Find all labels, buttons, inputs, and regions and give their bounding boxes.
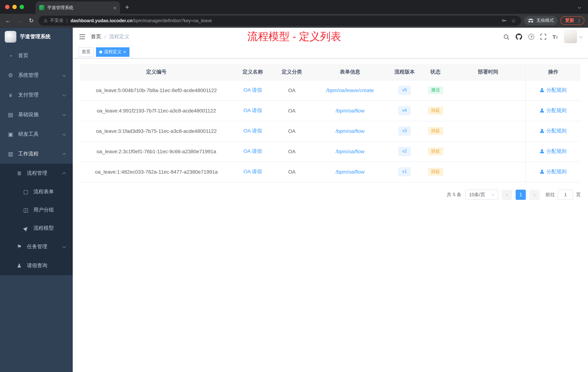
sidebar-item-label: 流程管理 — [27, 170, 47, 176]
sidebar-item-home[interactable]: ◔ 首页 — [0, 46, 73, 66]
sidebar-item-task-management[interactable]: ⚑ 任务管理 — [0, 237, 73, 256]
cell-deploy-time — [451, 121, 525, 141]
prev-page-button[interactable]: ‹ — [502, 189, 512, 200]
sidebar-item-process-form[interactable]: ▢ 流程表单 — [0, 183, 73, 201]
table-row: oa_leave:3:1fad3d93-7b75-11ec-a3c8-acde4… — [80, 121, 581, 141]
form-info-link[interactable]: /bpm/oa/flow — [336, 169, 365, 175]
reload-icon[interactable]: ↻ — [27, 18, 36, 23]
cell-form-info: /bpm/oa/leave/create — [311, 80, 389, 100]
address-bar[interactable]: ⚠ 不安全 | dashboard.yudao.iocoder.cn/bpm/m… — [39, 15, 521, 26]
sidebar-item-process-model[interactable]: ▶ 流程模型 — [0, 219, 73, 237]
cell-category: OA — [273, 121, 311, 141]
sidebar-item-user-group[interactable]: ◫ 用户分组 — [0, 201, 73, 219]
goto-suffix-label: 页 — [576, 191, 581, 198]
cell-definition-id: oa_leave:4:991f2193-7b7f-11ec-a3c8-acde4… — [80, 100, 233, 121]
close-window-button[interactable] — [5, 5, 10, 9]
definition-name-link[interactable]: OA 请假 — [243, 169, 262, 174]
assign-rule-link[interactable]: 分配规则 — [540, 148, 567, 155]
cell-definition-name: OA 请假 — [233, 80, 273, 100]
tag-close-icon[interactable]: × — [123, 50, 126, 54]
user-avatar[interactable] — [564, 30, 577, 43]
status-badge: 激活 — [428, 86, 443, 94]
chevron-down-icon — [62, 112, 66, 116]
chevron-down-icon — [491, 192, 495, 196]
sidebar-item-leave-query[interactable]: ♟ 请假查询 — [0, 256, 73, 275]
definition-name-link[interactable]: OA 请假 — [243, 107, 262, 113]
sidebar-item-label: 用户分组 — [33, 207, 54, 213]
cell-version: v2 — [389, 141, 420, 162]
cell-definition-id: oa_leave:5:004b710b-7b8a-11ec-8ef0-acde4… — [80, 80, 233, 100]
browser-tab[interactable]: 芋道管理系统 × — [36, 1, 120, 14]
font-size-icon[interactable]: TT — [553, 34, 558, 40]
form-info-link[interactable]: /bpm/oa/flow — [336, 128, 365, 134]
cell-category: OA — [273, 100, 311, 121]
bookmark-star-icon[interactable]: ☆ — [511, 17, 516, 24]
minimize-window-button[interactable] — [12, 5, 17, 9]
incognito-icon — [528, 18, 534, 23]
person-icon — [540, 169, 545, 174]
sidebar-item-label: 流程模型 — [33, 225, 54, 231]
task-flag-icon: ⚑ — [16, 243, 22, 250]
user-menu[interactable] — [564, 30, 582, 43]
model-plane-icon: ▶ — [22, 225, 29, 231]
forward-icon[interactable]: → — [15, 18, 24, 23]
definition-table: 定义编号 定义名称 定义分类 表单信息 流程版本 状态 部署时间 操作 oa_l… — [80, 64, 581, 182]
key-icon[interactable] — [501, 18, 507, 23]
definition-name-link[interactable]: OA 请假 — [243, 87, 262, 93]
cell-definition-id: oa_leave:1:482ec033-762a-11ec-8477-a2380… — [80, 162, 233, 182]
zoom-window-button[interactable] — [20, 5, 24, 9]
help-icon[interactable]: ? — [529, 34, 534, 40]
sidebar-item-infrastructure[interactable]: ▤ 基础设施 — [0, 105, 73, 124]
active-dot-icon — [99, 50, 102, 53]
gear-icon: ⚙ — [7, 72, 14, 79]
breadcrumb-home[interactable]: 首页 — [91, 33, 101, 40]
assign-rule-link[interactable]: 分配规则 — [540, 128, 567, 134]
github-icon[interactable] — [516, 33, 522, 40]
status-badge: 挂起 — [428, 168, 443, 176]
assign-rule-link[interactable]: 分配规则 — [540, 87, 567, 94]
person-icon — [540, 108, 545, 113]
form-info-link[interactable]: /bpm/oa/flow — [336, 149, 365, 154]
goto-page-input[interactable] — [558, 189, 573, 200]
tag-process-definition[interactable]: 流程定义 × — [96, 47, 129, 57]
page-size-select[interactable]: 10条/页 — [465, 189, 498, 200]
browser-update-button[interactable]: 更新 ⋮ — [560, 16, 584, 25]
tag-home[interactable]: 首页 — [79, 47, 94, 57]
cell-deploy-time — [451, 162, 525, 182]
page-content: 定义编号 定义名称 定义分类 表单信息 流程版本 状态 部署时间 操作 oa_l… — [73, 58, 588, 372]
form-info-link[interactable]: /bpm/oa/flow — [336, 108, 365, 114]
sidebar-item-system[interactable]: ⚙ 系统管理 — [0, 66, 73, 85]
assign-rule-link[interactable]: 分配规则 — [540, 169, 567, 175]
page-number-1[interactable]: 1 — [516, 189, 526, 200]
kebab-menu-icon[interactable]: ⋮ — [577, 18, 581, 23]
url-separator: | — [66, 18, 68, 23]
cell-actions: 分配规则 — [525, 100, 581, 121]
sidebar-item-label: 支付管理 — [18, 92, 39, 98]
cell-form-info: /bpm/oa/flow — [311, 100, 389, 121]
fullscreen-icon[interactable] — [541, 34, 546, 40]
sidebar-item-workflow[interactable]: ▥ 工作流程 — [0, 144, 73, 164]
sidebar-collapse-icon[interactable] — [79, 33, 86, 40]
tab-search-chevron-icon[interactable] — [578, 4, 581, 10]
search-icon[interactable] — [504, 34, 510, 40]
tab-close-icon[interactable]: × — [113, 5, 116, 11]
version-badge: v3 — [399, 127, 410, 135]
sidebar-logo[interactable]: 芋道管理系统 — [0, 28, 73, 46]
cell-form-info: /bpm/oa/flow — [311, 162, 389, 182]
next-page-button[interactable]: › — [529, 189, 540, 200]
status-badge: 挂起 — [428, 107, 443, 114]
yen-icon: ¥ — [7, 92, 14, 98]
security-label: 不安全 — [50, 17, 63, 24]
sidebar-item-devtools[interactable]: ▣ 研发工具 — [0, 124, 73, 144]
sidebar-item-payment[interactable]: ¥ 支付管理 — [0, 85, 73, 105]
form-info-link[interactable]: /bpm/oa/leave/create — [326, 87, 374, 93]
back-icon[interactable]: ← — [4, 18, 12, 23]
new-tab-button[interactable]: + — [125, 3, 129, 10]
security-indicator[interactable]: ⚠ 不安全 — [44, 17, 63, 24]
sidebar-item-process-management[interactable]: ≣ 流程管理 — [0, 164, 73, 183]
definition-name-link[interactable]: OA 请假 — [243, 128, 262, 134]
url-path: /bpm/manager/definition?key=oa_leave — [132, 18, 212, 23]
dashboard-icon: ◔ — [7, 53, 14, 59]
definition-name-link[interactable]: OA 请假 — [243, 148, 262, 154]
assign-rule-link[interactable]: 分配规则 — [540, 107, 567, 114]
